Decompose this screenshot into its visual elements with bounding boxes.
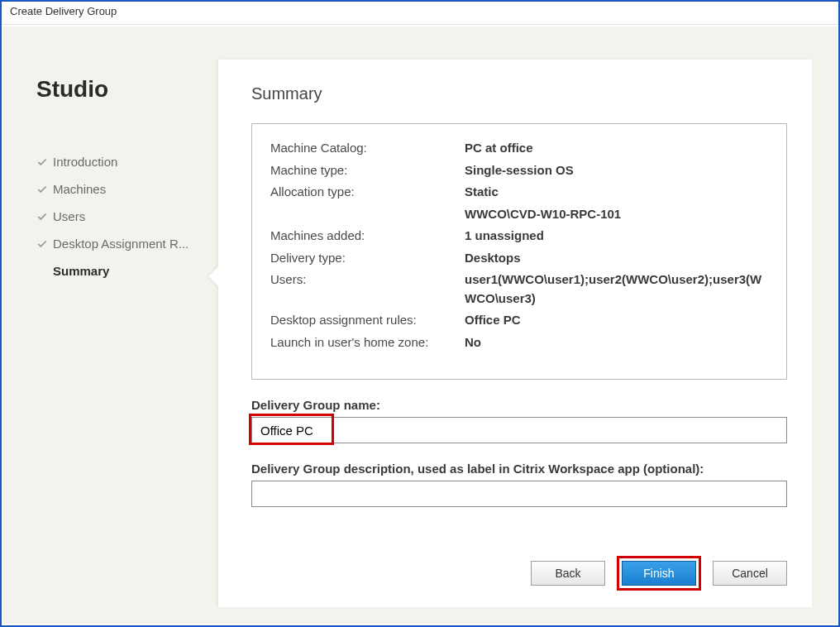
step-label: Introduction: [53, 155, 117, 169]
check-icon: [36, 211, 50, 223]
summary-value: Office PC: [465, 311, 521, 330]
summary-row: Delivery type:Desktops: [270, 249, 768, 268]
sidebar-title: Studio: [36, 76, 202, 103]
summary-box: Machine Catalog:PC at officeMachine type…: [251, 123, 787, 380]
summary-row: Machine Catalog:PC at office: [270, 139, 768, 158]
summary-row: WWCO\CVD-W10-RPC-101: [270, 205, 768, 224]
step-label: Summary: [53, 264, 109, 278]
summary-label: Allocation type:: [270, 183, 465, 202]
finish-button[interactable]: Finish: [622, 561, 696, 586]
summary-value: 1 unassigned: [465, 227, 544, 246]
wizard-step-3[interactable]: Desktop Assignment R...: [36, 230, 202, 257]
check-icon: [36, 156, 50, 168]
content-panel: Summary Machine Catalog:PC at officeMach…: [218, 60, 812, 607]
wizard-step-1[interactable]: Machines: [36, 175, 202, 203]
wizard-step-0[interactable]: Introduction: [36, 148, 202, 175]
wizard-steps: IntroductionMachinesUsersDesktop Assignm…: [36, 148, 202, 285]
button-row: Back Finish Cancel: [531, 556, 787, 591]
wizard-step-4[interactable]: Summary: [36, 257, 202, 285]
summary-label: Machine type:: [270, 161, 465, 180]
wizard-sidebar: Studio IntroductionMachinesUsersDesktop …: [3, 26, 218, 624]
summary-value: No: [465, 333, 481, 352]
step-label: Desktop Assignment R...: [53, 237, 189, 251]
highlight-finish-button: Finish: [617, 556, 701, 591]
summary-label: Launch in user's home zone:: [270, 333, 465, 352]
summary-row: Machines added:1 unassigned: [270, 227, 768, 246]
back-button[interactable]: Back: [531, 561, 605, 586]
summary-label: Users:: [270, 270, 465, 308]
wizard-step-2[interactable]: Users: [36, 203, 202, 230]
group-name-input[interactable]: [251, 417, 787, 443]
summary-row: Desktop assignment rules:Office PC: [270, 311, 768, 330]
panel-heading: Summary: [251, 84, 787, 103]
summary-label: [270, 205, 465, 224]
step-label: Machines: [53, 182, 106, 196]
summary-value: Desktops: [465, 249, 521, 268]
summary-value: PC at office: [465, 139, 533, 158]
summary-label: Desktop assignment rules:: [270, 311, 465, 330]
summary-value: Single-session OS: [465, 161, 574, 180]
check-icon: [36, 238, 50, 250]
group-desc-label: Delivery Group description, used as labe…: [251, 462, 787, 476]
step-label: Users: [53, 209, 85, 223]
summary-label: Machine Catalog:: [270, 139, 465, 158]
summary-value: WWCO\CVD-W10-RPC-101: [465, 205, 621, 224]
group-desc-input[interactable]: [251, 481, 787, 507]
check-icon: [36, 184, 50, 195]
summary-row: Allocation type:Static: [270, 183, 768, 202]
window-title: Create Delivery Group: [2, 2, 838, 25]
cancel-button[interactable]: Cancel: [713, 561, 787, 586]
summary-label: Delivery type:: [270, 249, 465, 268]
dialog-window: Create Delivery Group Studio Introductio…: [0, 0, 840, 627]
summary-value: Static: [465, 183, 499, 202]
summary-label: Machines added:: [270, 227, 465, 246]
group-name-label: Delivery Group name:: [251, 398, 787, 412]
dialog-body: Studio IntroductionMachinesUsersDesktop …: [3, 26, 837, 624]
summary-row: Launch in user's home zone:No: [270, 333, 768, 352]
summary-row: Users:user1(WWCO\user1);user2(WWCO\user2…: [270, 270, 768, 308]
pointer-notch: [208, 265, 220, 288]
summary-value: user1(WWCO\user1);user2(WWCO\user2);user…: [465, 270, 768, 308]
summary-row: Machine type:Single-session OS: [270, 161, 768, 180]
